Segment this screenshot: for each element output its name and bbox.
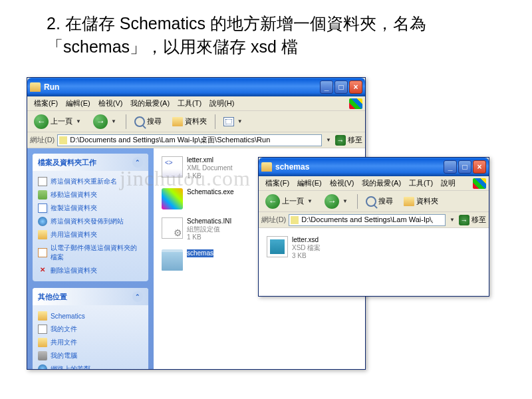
task-item[interactable]: 共用文件 (38, 336, 143, 349)
task-item[interactable]: 我的文件 (38, 323, 143, 336)
sub-titlebar[interactable]: schemas _ □ × (259, 158, 489, 176)
back-button[interactable]: ← 上一頁 ▼ (30, 112, 86, 132)
task-item[interactable]: 我的電腦 (38, 349, 143, 362)
file-meta: letter.xsdXSD 檔案3 KB (292, 236, 321, 260)
task-item[interactable]: 移動這個資料夾 (38, 188, 143, 201)
menu-edit[interactable]: 編輯(E) (62, 97, 94, 110)
task-label: 網路上的芳鄰 (51, 364, 90, 369)
file-meta: Schematics.exe (187, 188, 234, 196)
go-button[interactable]: → 移至 (459, 215, 486, 225)
back-icon: ← (265, 194, 280, 209)
windows-flag-icon (473, 178, 486, 189)
chevron-down-icon[interactable]: ▼ (236, 118, 244, 124)
share-icon (38, 230, 47, 239)
tasks-panel: 檔案及資料夾工作 ⌃ 將這個資料夾重新命名移動這個資料夾複製這個資料夾將這個資料… (33, 154, 148, 281)
maximize-button[interactable]: □ (458, 160, 471, 174)
address-label: 網址(D) (30, 135, 55, 145)
folder-icon (38, 311, 47, 321)
chevron-down-icon[interactable]: ▼ (448, 217, 456, 223)
views-button[interactable]: ▼ (219, 114, 248, 129)
chevron-down-icon[interactable]: ▼ (110, 118, 118, 124)
file-name: schemas (187, 249, 213, 257)
task-label: 我的電腦 (51, 351, 77, 360)
sub-file-list[interactable]: letter.xsdXSD 檔案3 KB (259, 228, 489, 296)
menu-favorites[interactable]: 我的最愛(A) (358, 177, 405, 190)
menu-tools[interactable]: 工具(T) (174, 97, 205, 110)
menu-favorites[interactable]: 我的最愛(A) (126, 97, 174, 110)
exe-file-icon (162, 188, 183, 209)
task-item[interactable]: 複製這個資料夾 (38, 201, 143, 215)
move-icon (38, 190, 47, 200)
chevron-down-icon[interactable]: ▼ (306, 198, 314, 204)
task-item[interactable]: Schematics (38, 309, 143, 323)
address-input[interactable] (57, 134, 322, 146)
sub-explorer-window: schemas _ □ × 檔案(F) 編輯(E) 檢視(V) 我的最愛(A) … (258, 157, 489, 297)
menu-file[interactable]: 檔案(F) (261, 177, 293, 190)
go-icon: → (459, 215, 469, 225)
task-label: 以電子郵件傳送這個資料夾的檔案 (51, 243, 143, 262)
collapse-icon: ⌃ (132, 157, 143, 168)
file-size: 3 KB (292, 252, 321, 260)
sub-toolbar: ← 上一頁 ▼ → ▼ 搜尋 資料夾 (259, 191, 489, 212)
task-item[interactable]: ✕刪除這個資料夾 (38, 264, 143, 277)
go-icon: → (335, 135, 346, 146)
back-button[interactable]: ← 上一頁 ▼ (261, 192, 318, 211)
chevron-down-icon[interactable]: ▼ (74, 118, 82, 124)
task-label: 我的文件 (51, 325, 77, 334)
task-label: 共用文件 (51, 338, 77, 347)
folders-button[interactable]: 資料夾 (168, 114, 211, 129)
maximize-button[interactable]: □ (334, 80, 348, 94)
search-icon (366, 196, 376, 207)
search-label: 搜尋 (147, 116, 162, 126)
menu-help[interactable]: 說明(H) (205, 97, 238, 110)
separator (126, 114, 126, 129)
file-item[interactable]: letter.xsdXSD 檔案3 KB (264, 233, 483, 263)
computer-icon (38, 351, 47, 360)
folder-file-icon (162, 249, 183, 271)
go-button[interactable]: → 移至 (335, 135, 362, 146)
menu-view[interactable]: 檢視(V) (326, 177, 358, 190)
back-label: 上一頁 (51, 116, 72, 126)
task-label: 移動這個資料夾 (51, 190, 97, 200)
forward-icon: → (325, 194, 339, 209)
task-item[interactable]: 將這個資料夾重新命名 (38, 175, 143, 188)
main-titlebar[interactable]: Run _ □ × (27, 78, 365, 96)
task-item[interactable]: 以電子郵件傳送這個資料夾的檔案 (38, 241, 143, 264)
menu-help[interactable]: 說明 (437, 177, 460, 190)
task-label: Schematics (51, 313, 85, 320)
file-name: letter.xsd (292, 236, 321, 244)
close-button[interactable]: × (473, 160, 486, 174)
instruction-text: 2. 在儲存 Schematics 的地方新增一個資料夾，名為「schemas」… (47, 12, 505, 59)
minimize-button[interactable]: _ (444, 160, 457, 174)
forward-button[interactable]: → ▼ (89, 112, 122, 132)
search-button[interactable]: 搜尋 (362, 194, 397, 209)
places-panel-header[interactable]: 其他位置 ⌃ (33, 288, 148, 305)
file-name: Schematics.INI (187, 217, 231, 225)
window-title: schemas (275, 162, 444, 172)
task-item[interactable]: 將這個資料夾發佈到網站 (38, 215, 143, 228)
file-name: Schematics.exe (187, 188, 234, 196)
tasks-panel-title: 檔案及資料夾工作 (38, 158, 96, 168)
forward-button[interactable]: → ▼ (321, 192, 353, 211)
menu-edit[interactable]: 編輯(E) (293, 177, 326, 190)
chevron-down-icon[interactable]: ▼ (325, 137, 332, 143)
back-label: 上一頁 (282, 196, 304, 206)
search-label: 搜尋 (378, 196, 393, 206)
menu-file[interactable]: 檔案(F) (30, 97, 62, 110)
search-button[interactable]: 搜尋 (130, 114, 166, 130)
menu-tools[interactable]: 工具(T) (405, 177, 437, 190)
places-panel: 其他位置 ⌃ Schematics我的文件共用文件我的電腦網路上的芳鄰 (33, 288, 148, 369)
collapse-icon: ⌃ (132, 291, 143, 302)
address-input[interactable] (289, 214, 446, 226)
folders-button[interactable]: 資料夾 (400, 194, 442, 209)
forward-icon: → (93, 114, 108, 129)
minimize-button[interactable]: _ (320, 80, 333, 94)
tasks-panel-header[interactable]: 檔案及資料夾工作 ⌃ (33, 154, 148, 171)
task-item[interactable]: 網路上的芳鄰 (38, 362, 143, 369)
window-title: Run (44, 82, 320, 92)
task-item[interactable]: 共用這個資料夾 (38, 228, 143, 241)
folder-icon (38, 338, 47, 347)
menu-view[interactable]: 檢視(V) (94, 97, 127, 110)
close-button[interactable]: × (349, 80, 362, 94)
chevron-down-icon[interactable]: ▼ (341, 198, 349, 204)
